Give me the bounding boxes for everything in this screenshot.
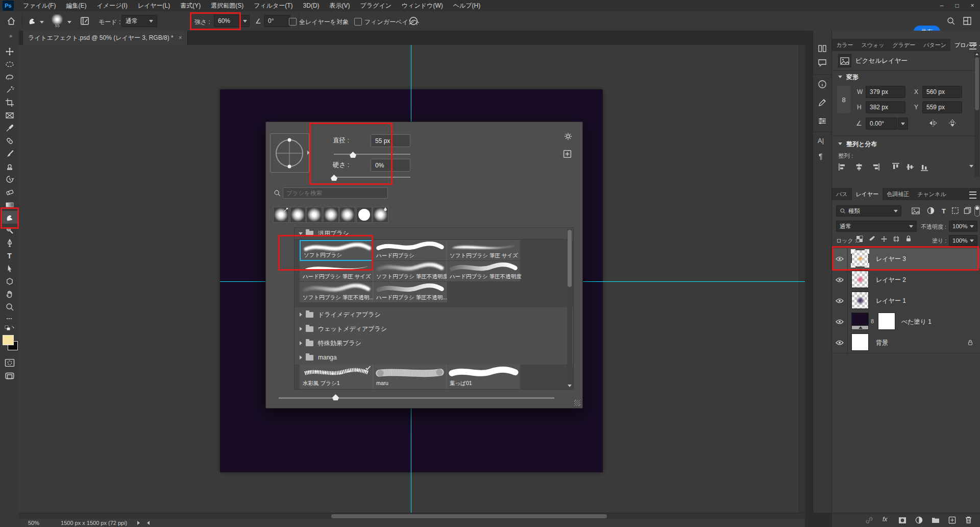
layer-filter-select[interactable]: 種類	[836, 205, 901, 217]
character-panel-icon[interactable]: A|	[818, 137, 824, 145]
brush-folder-wet-media[interactable]: ウェットメディアブラシ	[295, 322, 573, 337]
align-more-icon[interactable]	[969, 165, 973, 167]
sample-all-layers-checkbox[interactable]	[289, 18, 297, 26]
swap-colors-icon[interactable]	[1, 324, 18, 333]
type-tool[interactable]: T	[1, 249, 18, 262]
menu-select[interactable]: 選択範囲(S)	[206, 0, 249, 11]
layer-row-2[interactable]: レイヤー 2	[832, 269, 980, 291]
recent-brush-tile[interactable]	[373, 207, 388, 223]
lock-artboard-icon[interactable]	[893, 235, 900, 243]
lock-pixels-icon[interactable]	[868, 235, 875, 243]
tab-close-icon[interactable]: ×	[179, 34, 182, 41]
rotate-angle-chevron-icon[interactable]	[898, 117, 908, 130]
mode-select[interactable]: 通常	[121, 15, 157, 27]
marquee-tool[interactable]	[1, 58, 18, 70]
menu-image[interactable]: イメージ(I)	[91, 0, 132, 11]
home-icon[interactable]	[6, 16, 16, 26]
opacity-select[interactable]: 100%	[949, 221, 977, 232]
brush-search-input[interactable]	[283, 187, 388, 199]
angle-input[interactable]: 0°	[264, 15, 290, 27]
tab-color[interactable]: カラー	[832, 39, 857, 51]
brush-item[interactable]: ハード円ブラシ 筆圧不透明度	[447, 261, 520, 282]
brush-settings-icon[interactable]	[818, 98, 827, 107]
brush-list-scrollbar[interactable]	[567, 229, 572, 388]
menu-type[interactable]: 書式(Y)	[175, 0, 206, 11]
filter-pixel-layers-icon[interactable]	[912, 207, 920, 214]
brush-item[interactable]: ソフト円ブラシ 筆圧 サイズ	[447, 240, 520, 261]
tab-paths[interactable]: パス	[832, 188, 852, 200]
tab-gradients[interactable]: グラデー	[889, 39, 920, 51]
background-lock-icon[interactable]	[967, 339, 973, 346]
eraser-tool[interactable]	[1, 185, 18, 198]
layer-row-1[interactable]: レイヤー 1	[832, 290, 980, 312]
preview-size-slider-thumb[interactable]	[332, 394, 339, 400]
brush-item[interactable]: maru	[373, 365, 447, 390]
align-middle-v-icon[interactable]	[906, 162, 914, 172]
brush-item[interactable]: ソフト円ブラシ 筆圧不透明...	[300, 282, 373, 303]
x-input[interactable]: 560 px	[922, 86, 962, 98]
flip-vertical-icon[interactable]	[947, 118, 958, 128]
recent-brush-tile[interactable]	[356, 207, 372, 223]
toolbar-ellipsis-icon[interactable]: •••	[1, 315, 18, 322]
mask-thumbnail[interactable]	[878, 313, 895, 330]
popup-resize-grip[interactable]	[574, 400, 580, 406]
tool-preset-chevron-icon[interactable]	[40, 21, 44, 23]
new-adjustment-layer-icon[interactable]	[915, 516, 923, 524]
tab-layers[interactable]: レイヤー	[852, 188, 883, 200]
menu-filter[interactable]: フィルター(T)	[249, 0, 298, 11]
visibility-toggle[interactable]	[832, 290, 848, 311]
align-left-icon[interactable]	[838, 163, 847, 171]
layer-thumbnail[interactable]	[851, 271, 869, 288]
gear-icon[interactable]	[564, 132, 572, 140]
fill-layer-thumbnail[interactable]	[851, 313, 869, 330]
recent-brush-tile[interactable]	[306, 207, 322, 223]
link-wh-icon[interactable]: 8	[837, 86, 850, 113]
tab-swatches[interactable]: スウォッ	[857, 39, 889, 51]
quick-selection-tool[interactable]	[1, 83, 18, 96]
visibility-toggle[interactable]	[832, 332, 848, 353]
layer-row-background[interactable]: 背景	[832, 332, 980, 353]
foreground-color-swatch[interactable]	[3, 335, 14, 345]
brush-folder-manga[interactable]: manga	[295, 350, 573, 365]
status-chevron-right-icon[interactable]	[137, 521, 140, 525]
align-collapse-icon[interactable]	[838, 142, 842, 145]
clone-stamp-tool[interactable]	[1, 160, 18, 173]
window-minimize-button[interactable]: –	[934, 0, 949, 11]
layer-name[interactable]: レイヤー 2	[876, 276, 906, 284]
history-brush-tool[interactable]	[1, 173, 18, 185]
layer-thumbnail[interactable]	[851, 333, 869, 351]
properties-scrollbar[interactable]	[974, 52, 979, 177]
filter-adjustment-layers-icon[interactable]	[927, 207, 935, 214]
status-chevron-left-icon[interactable]	[147, 521, 150, 525]
paragraph-panel-icon[interactable]: ¶	[819, 152, 823, 160]
align-center-h-icon[interactable]	[854, 163, 864, 171]
finger-painting-checkbox[interactable]	[354, 18, 362, 26]
toggle-brush-settings-icon[interactable]	[80, 16, 90, 26]
y-input[interactable]: 559 px	[922, 101, 962, 113]
layer-name[interactable]: べた塗り 1	[901, 318, 932, 326]
recent-brush-tile[interactable]	[273, 207, 289, 223]
zoom-tool[interactable]	[1, 300, 18, 313]
filter-smart-objects-icon[interactable]	[964, 207, 971, 214]
new-layer-icon[interactable]	[948, 516, 956, 524]
brush-item[interactable]: 葉っぱ01	[447, 365, 520, 390]
search-icon[interactable]	[946, 16, 955, 26]
document-tab[interactable]: ライトエフェクト.psd @ 50% (レイヤー 3, RGB/8) * ×	[23, 31, 188, 45]
lock-transparent-icon[interactable]	[856, 235, 863, 243]
menu-view[interactable]: 表示(V)	[325, 0, 355, 11]
menu-file[interactable]: ファイル(F)	[18, 0, 61, 11]
align-bottom-icon[interactable]	[921, 162, 928, 172]
brush-folder-dry-media[interactable]: ドライメディアブラシ	[295, 307, 573, 322]
brush-picker-chevron-icon[interactable]	[67, 21, 71, 23]
align-top-icon[interactable]	[892, 162, 899, 172]
preview-size-slider[interactable]	[279, 397, 554, 399]
libraries-icon[interactable]	[818, 44, 827, 53]
layer-name[interactable]: レイヤー 1	[876, 297, 906, 305]
panel-menu-icon[interactable]	[969, 42, 976, 50]
tab-channels[interactable]: チャンネル	[913, 188, 950, 200]
shape-tool[interactable]	[1, 275, 18, 288]
info-icon[interactable]	[818, 80, 827, 89]
brush-item[interactable]: ハード円ブラシ 筆圧不透明...	[373, 282, 447, 303]
blend-mode-select[interactable]: 通常	[836, 221, 917, 232]
w-input[interactable]: 379 px	[866, 86, 905, 98]
